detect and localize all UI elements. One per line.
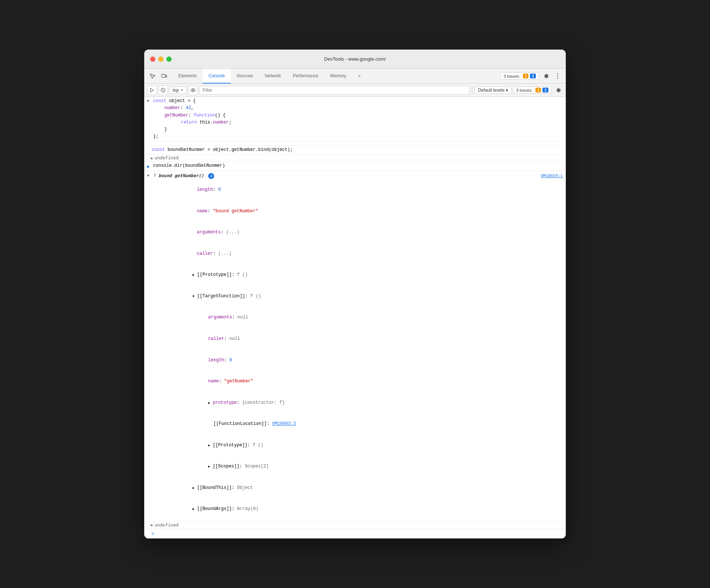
tf-arguments: arguments: null: [171, 307, 296, 328]
prop-bound-args[interactable]: ▶ [[BoundArgs]]: Array(0): [159, 499, 296, 520]
console-entry-dir: ▶ console.dir(boundGetNunmer): [144, 162, 566, 170]
prop-bound-this[interactable]: ▶ [[BoundThis]]: Object: [159, 477, 296, 499]
blank-line: [144, 141, 566, 146]
tab-network[interactable]: Network: [259, 69, 287, 84]
warning-badge: 1: [523, 74, 529, 78]
tf-length: length: 0: [171, 349, 296, 371]
console-toolbar: top Default levels ▾ 3 Issues: 1 2: [144, 84, 566, 97]
prop-arguments: arguments: (...): [159, 222, 296, 243]
prop-targetfunction-expanded[interactable]: ▼ [[TargetFunction]]: f (): [159, 286, 296, 307]
window-title: DevTools - www.google.com/: [324, 56, 386, 62]
filter-input[interactable]: [199, 86, 470, 95]
prop-prototype-collapsed[interactable]: ▶ [[Prototype]]: f (): [159, 264, 296, 286]
tf-caller: caller: null: [171, 328, 296, 350]
traffic-lights: [150, 57, 172, 62]
tf-scopes[interactable]: ▶ [[Scopes]]: Scopes[2]: [171, 456, 296, 477]
log-levels-button[interactable]: Default levels ▾: [474, 87, 511, 94]
console-entry-bind: const boundGetNunmer = object.getNumber.…: [144, 146, 566, 155]
tf-name: name: "getNumber": [171, 371, 296, 392]
console-settings-icon[interactable]: [553, 85, 563, 95]
devtools-panel: Elements Console Sources Network Perform…: [144, 69, 566, 538]
tab-console[interactable]: Console: [203, 69, 231, 84]
svg-point-9: [192, 89, 194, 91]
undefined-line-2: ◀ undefined: [144, 522, 566, 529]
clear-console-icon[interactable]: [158, 85, 168, 95]
inspect-icon[interactable]: [147, 71, 158, 81]
svg-point-3: [557, 75, 558, 77]
close-button[interactable]: [150, 57, 155, 62]
info-icon[interactable]: i: [208, 173, 214, 179]
devtools-window: DevTools - www.google.com/: [144, 50, 566, 538]
tab-more[interactable]: »: [352, 69, 366, 84]
tab-elements[interactable]: Elements: [172, 69, 203, 84]
device-toggle-icon[interactable]: [159, 71, 169, 81]
entry-content-bind: const boundGetNunmer = object.getNumber.…: [152, 146, 563, 153]
console-prompt[interactable]: >: [144, 529, 566, 538]
prop-name: name: "bound getNumber": [159, 200, 296, 222]
entry-content-dir: console.dir(boundGetNunmer): [153, 162, 563, 169]
issues-badge[interactable]: 3 Issues: 1 2: [500, 72, 539, 80]
tab-icons: [147, 71, 169, 81]
tf-function-location: [[FunctionLocation]]: VM10603:3: [171, 413, 296, 435]
maximize-button[interactable]: [166, 57, 172, 62]
minimize-button[interactable]: [158, 57, 163, 62]
toolbar-divider: [472, 87, 472, 94]
svg-marker-5: [151, 88, 153, 92]
tabs-list: Elements Console Sources Network Perform…: [172, 69, 500, 84]
tab-memory[interactable]: Memory: [324, 69, 352, 84]
tf-prototype[interactable]: ▶ prototype: {constructor: f}: [171, 392, 296, 413]
collapse-arrow[interactable]: ▼: [147, 173, 149, 179]
function-location-link[interactable]: VM10603:3: [272, 421, 296, 426]
entry-content: const object = { number: 42, getNumber: …: [153, 98, 563, 140]
target-function-props: arguments: null caller: null length: 0 n…: [159, 307, 296, 477]
tabs-bar: Elements Console Sources Network Perform…: [144, 69, 566, 84]
more-options-icon[interactable]: [552, 71, 563, 81]
svg-rect-1: [166, 75, 167, 77]
console-entry-object: ▶ const object = { number: 42, getNumber…: [144, 97, 566, 141]
info-badge: 2: [530, 74, 536, 78]
tab-performance[interactable]: Performance: [287, 69, 324, 84]
tf-inner-prototype[interactable]: ▶ [[Prototype]]: f (): [171, 435, 296, 456]
undefined-line-1: ◀ undefined: [144, 155, 566, 162]
toolbar-issues-badge[interactable]: 3 Issues: 1 2: [513, 87, 552, 94]
object-header-row: ▼ f bound getNumber() i VM10659:1: [153, 172, 563, 179]
prop-caller: caller: (...): [159, 243, 296, 265]
toolbar-warning-badge: 1: [535, 88, 541, 92]
execute-script-icon[interactable]: [147, 85, 157, 95]
vm-link-1[interactable]: VM10659:1: [541, 173, 563, 179]
object-properties: length: 0 name: "bound getNumber" argume…: [153, 179, 296, 520]
console-entry-object-expanded: ▼ f bound getNumber() i VM10659:1 length…: [144, 171, 566, 522]
svg-point-4: [557, 78, 558, 79]
svg-rect-0: [162, 74, 165, 77]
tabs-right: 3 Issues: 1 2: [500, 71, 563, 81]
svg-point-8: [191, 89, 195, 92]
tab-sources[interactable]: Sources: [231, 69, 259, 84]
svg-line-7: [162, 89, 164, 91]
context-selector[interactable]: top: [169, 87, 187, 94]
settings-icon[interactable]: [541, 71, 551, 81]
svg-point-2: [557, 73, 558, 74]
expand-arrow[interactable]: ▶: [147, 98, 149, 104]
console-output: ▶ const object = { number: 42, getNumber…: [144, 97, 566, 538]
eye-icon[interactable]: [188, 85, 198, 95]
prop-length: length: 0: [159, 179, 296, 201]
titlebar: DevTools - www.google.com/: [144, 50, 566, 69]
toolbar-info-badge: 2: [542, 88, 548, 92]
